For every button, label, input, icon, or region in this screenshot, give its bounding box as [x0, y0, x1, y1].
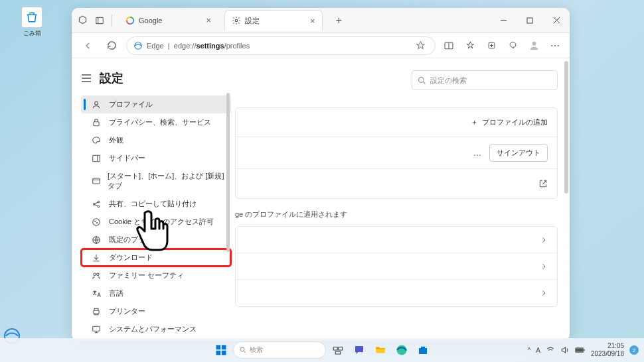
svg-point-0	[29, 13, 31, 15]
battery-icon[interactable]	[575, 346, 586, 354]
profile-card: ＋ プロファイルの追加 … サインアウト	[235, 107, 558, 199]
svg-rect-38	[333, 347, 337, 351]
svg-point-32	[419, 77, 424, 82]
sidebar-item-privacy[interactable]: プライバシー、検索、サービス	[81, 113, 231, 131]
svg-point-10	[135, 42, 142, 49]
list-item[interactable]	[236, 227, 557, 253]
chevron-right-icon	[540, 236, 548, 244]
refresh-button[interactable]	[102, 36, 121, 55]
wifi-icon[interactable]	[546, 345, 555, 355]
svg-rect-19	[93, 155, 100, 161]
printer-icon	[92, 307, 102, 316]
profile-more-button[interactable]: …	[473, 149, 483, 158]
chevron-right-icon	[540, 263, 548, 271]
svg-rect-39	[339, 347, 343, 351]
list-item[interactable]	[236, 280, 557, 306]
new-tab-button[interactable]: +	[329, 15, 349, 27]
svg-point-23	[98, 206, 99, 207]
list-item[interactable]	[236, 253, 557, 280]
close-button[interactable]	[543, 8, 570, 33]
add-profile-button[interactable]: ＋ プロファイルの追加	[471, 117, 548, 127]
svg-point-26	[97, 222, 98, 223]
svg-point-8	[235, 19, 238, 22]
signout-button[interactable]: サインアウト	[489, 144, 548, 162]
settings-sidebar: 設定 プロファイル プライバシー、検索、サービス 外観 サイドバー	[72, 58, 231, 341]
svg-rect-40	[335, 351, 341, 354]
appearance-icon	[92, 136, 102, 145]
close-icon[interactable]: ×	[310, 16, 315, 26]
taskbar-clock[interactable]: 21:05 2023/09/18	[591, 342, 624, 358]
hamburger-icon[interactable]	[81, 74, 93, 83]
hand-cursor-annotation	[133, 208, 173, 254]
svg-point-17	[95, 101, 98, 105]
edge-taskbar-icon[interactable]	[392, 341, 411, 359]
tab-settings[interactable]: 設定 ×	[224, 10, 323, 31]
svg-rect-35	[216, 351, 221, 355]
svg-point-1	[33, 13, 35, 15]
start-button[interactable]	[212, 341, 230, 359]
svg-rect-33	[216, 345, 221, 350]
svg-point-25	[95, 221, 96, 221]
address-bar: Edge | edge://settings/profiles	[72, 33, 570, 58]
sidebar-item-system[interactable]: システムとパフォーマンス	[81, 320, 231, 338]
collections-icon[interactable]	[483, 38, 499, 54]
share-icon	[92, 200, 102, 209]
settings-search-input[interactable]: 設定の検索	[412, 70, 558, 90]
svg-point-37	[240, 347, 244, 351]
settings-title: 設定	[100, 70, 123, 86]
external-link-icon[interactable]	[538, 179, 548, 188]
extensions-icon[interactable]	[505, 38, 521, 54]
download-icon	[92, 253, 102, 263]
svg-point-22	[98, 201, 99, 202]
profile-avatar[interactable]	[526, 38, 542, 54]
lock-icon	[92, 118, 102, 127]
maximize-button[interactable]	[517, 8, 543, 33]
favorites-icon[interactable]	[462, 38, 478, 54]
tab-actions-icon[interactable]	[94, 15, 105, 26]
recycle-bin-label: ごみ箱	[19, 29, 45, 38]
tray-chevron-icon[interactable]: ^	[528, 347, 531, 354]
file-explorer-icon[interactable]	[371, 341, 390, 359]
back-button[interactable]	[78, 36, 97, 55]
sidebar-item-start-home[interactable]: [スタート]、[ホーム]、および [新規] タブ	[81, 167, 231, 195]
sidebar-item-language[interactable]: 言語	[81, 284, 231, 302]
sidebar-item-family[interactable]: ファミリー セーフティ	[81, 267, 231, 284]
svg-point-16	[558, 45, 559, 46]
svg-point-13	[532, 42, 536, 46]
sidebar-item-printer[interactable]: プリンター	[81, 302, 231, 320]
task-view-icon[interactable]	[329, 341, 347, 359]
favorite-star-icon[interactable]	[412, 38, 428, 54]
plus-icon: ＋	[471, 117, 478, 127]
taskbar-search[interactable]: 検索	[233, 341, 326, 359]
notification-badge[interactable]: 2	[629, 345, 639, 355]
svg-point-15	[554, 45, 556, 46]
browser-icon	[92, 235, 102, 245]
close-icon[interactable]: ×	[206, 15, 211, 25]
svg-rect-30	[94, 310, 99, 314]
google-favicon	[125, 16, 135, 25]
minimize-button[interactable]	[490, 8, 517, 33]
workspace-icon[interactable]	[77, 15, 88, 26]
ime-indicator[interactable]: A	[536, 347, 540, 354]
sidebar-item-sidebar[interactable]: サイドバー	[81, 149, 231, 167]
sidebar-scrollbar[interactable]	[226, 93, 230, 252]
svg-rect-31	[93, 326, 100, 331]
chat-icon[interactable]	[350, 341, 368, 359]
more-menu-icon[interactable]	[547, 38, 563, 54]
recycle-bin[interactable]: ごみ箱	[19, 7, 45, 38]
system-icon	[92, 325, 102, 334]
svg-rect-3	[96, 17, 104, 23]
volume-icon[interactable]	[560, 345, 570, 355]
main-scrollbar[interactable]	[564, 61, 568, 194]
sidebar-item-profile[interactable]: プロファイル	[81, 95, 231, 113]
split-screen-icon[interactable]	[441, 38, 457, 54]
search-icon	[418, 76, 426, 85]
url-input[interactable]: Edge | edge://settings/profiles	[126, 36, 436, 55]
sidebar-item-appearance[interactable]: 外観	[81, 131, 231, 149]
svg-rect-36	[222, 351, 226, 355]
cookie-icon	[92, 217, 102, 227]
settings-main: 設定の検索 ＋ プロファイルの追加 … サインアウト	[231, 58, 570, 341]
store-icon[interactable]	[414, 341, 432, 359]
svg-point-28	[94, 272, 96, 275]
tab-google[interactable]: Google ×	[119, 10, 218, 31]
